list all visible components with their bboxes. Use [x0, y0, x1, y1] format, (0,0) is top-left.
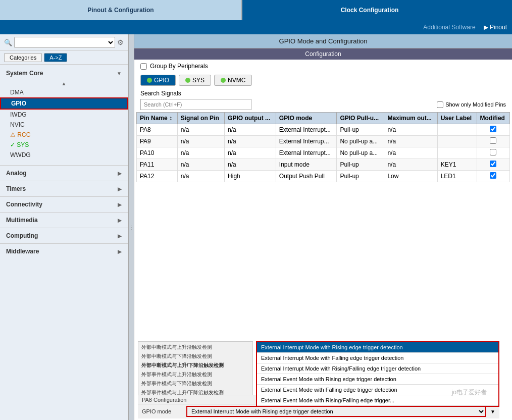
- additional-software-link[interactable]: Additional Software: [423, 24, 475, 31]
- table-row[interactable]: PA8 n/a n/a External Interrupt... Pull-u…: [137, 124, 510, 136]
- panel-title: GPIO Mode and Configuration: [134, 34, 512, 48]
- dropdown-arrow-icon: ▼: [490, 409, 495, 414]
- chinese-label-item: 外部事件模式与上升沿触发检测: [140, 370, 250, 379]
- system-core-label: System Core: [6, 70, 43, 77]
- sidebar: 🔍 ⚙ Categories A->Z System Core ▼: [0, 34, 128, 420]
- multimedia-expand-icon: ▶: [118, 218, 122, 223]
- group-by-peripherals-checkbox[interactable]: [140, 63, 147, 70]
- modified-checkbox-pa12[interactable]: [490, 172, 496, 179]
- show-modified-label: Show only Modified Pins: [445, 101, 506, 108]
- group-by-peripherals-label: Group By Peripherals: [150, 63, 208, 70]
- up-arrow-icon: ▲: [62, 81, 67, 86]
- connectivity-label: Connectivity: [6, 201, 42, 208]
- modified-checkbox-pa8[interactable]: [490, 126, 496, 132]
- middleware-label: Middleware: [6, 248, 39, 255]
- gpio-tab[interactable]: GPIO: [140, 75, 176, 86]
- clock-config-tab[interactable]: Clock Configuration: [242, 0, 497, 20]
- dropdown-item-1[interactable]: External Interrupt Mode with Rising edge…: [257, 342, 498, 353]
- timers-label: Timers: [6, 185, 26, 192]
- sidebar-item-nvic[interactable]: NVIC: [0, 120, 128, 130]
- computing-expand-icon: ▶: [118, 233, 122, 239]
- sidebar-item-sys[interactable]: ✓ SYS: [0, 140, 128, 150]
- sidebar-item-gpio[interactable]: GPIO: [0, 97, 128, 110]
- watermark: jo电子爱好者: [452, 388, 487, 397]
- categories-tab[interactable]: Categories: [4, 53, 42, 62]
- connectivity-group[interactable]: Connectivity ▶: [0, 196, 128, 212]
- sidebar-item-wwdg[interactable]: WWDG: [0, 150, 128, 160]
- search-dropdown[interactable]: [14, 37, 115, 48]
- gpio-mode-select[interactable]: External Interrupt Mode with Rising edge…: [186, 406, 486, 417]
- col-signal-on-pin[interactable]: Signal on Pin: [177, 113, 224, 124]
- az-tab[interactable]: A->Z: [44, 53, 67, 62]
- dropdown-item-6[interactable]: External Event Mode with Rising/Falling …: [257, 395, 498, 406]
- table-row[interactable]: PA10 n/a n/a External Interrupt... No pu…: [137, 147, 510, 159]
- connectivity-expand-icon: ▶: [118, 202, 122, 207]
- timers-expand-icon: ▶: [118, 186, 122, 192]
- chinese-label-item: 外部中断模式与下降沿触发检测: [140, 352, 250, 361]
- panel-splitter[interactable]: ⋮: [128, 34, 134, 420]
- dropdown-item-4[interactable]: External Event Mode with Rising edge tri…: [257, 374, 498, 385]
- chinese-label-item: 外部中断模式与上升/下降沿触发检测: [140, 361, 250, 370]
- analog-label: Analog: [6, 170, 27, 177]
- timers-group[interactable]: Timers ▶: [0, 181, 128, 196]
- multimedia-group[interactable]: Multimedia ▶: [0, 212, 128, 228]
- sidebar-item-dma[interactable]: DMA: [0, 87, 128, 97]
- col-modified[interactable]: Modified: [477, 113, 509, 124]
- middleware-expand-icon: ▶: [118, 249, 122, 254]
- header-right-edge: [497, 0, 512, 20]
- chinese-label-item: 外部事件模式与下降沿触发检测: [140, 379, 250, 388]
- chinese-label-item: 外部中断模式与上升沿触发检测: [140, 343, 250, 352]
- modified-checkbox-pa10[interactable]: [490, 149, 496, 155]
- sys-tab[interactable]: SYS: [179, 75, 211, 86]
- col-maximum-out[interactable]: Maximum out...: [384, 113, 437, 124]
- col-pin-name[interactable]: Pin Name ↕: [137, 113, 178, 124]
- analog-group[interactable]: Analog ▶: [0, 165, 128, 181]
- dropdown-item-3[interactable]: External Interrupt Mode with Rising/Fall…: [257, 363, 498, 374]
- multimedia-label: Multimedia: [6, 217, 38, 224]
- nvmc-tab[interactable]: NVMC: [214, 75, 252, 86]
- gear-icon[interactable]: ⚙: [117, 38, 124, 46]
- table-row[interactable]: PA9 n/a n/a External Interrup... No pull…: [137, 136, 510, 147]
- modified-checkbox-pa9[interactable]: [490, 137, 496, 144]
- gpio-mode-form-label: GPIO mode: [142, 408, 182, 414]
- show-modified-checkbox[interactable]: [437, 101, 443, 108]
- col-gpio-output[interactable]: GPIO output ...: [225, 113, 276, 124]
- col-gpio-mode[interactable]: GPIO mode: [276, 113, 337, 124]
- dropdown-item-2[interactable]: External Interrupt Mode with Falling edg…: [257, 353, 498, 363]
- search-signals-label: Search Signals: [140, 90, 506, 97]
- system-core-group[interactable]: System Core ▼: [0, 67, 128, 80]
- computing-group[interactable]: Computing ▶: [0, 228, 128, 243]
- mode-dropdown-popup: External Interrupt Mode with Rising edge…: [256, 341, 499, 407]
- col-user-label[interactable]: User Label: [437, 113, 477, 124]
- chevron-down-icon: ▼: [117, 71, 122, 76]
- chinese-labels-panel: 外部中断模式与上升沿触发检测 外部中断模式与下降沿触发检测 外部中断模式与上升/…: [138, 341, 253, 399]
- table-row[interactable]: PA11 n/a n/a Input mode Pull-up n/a KEY1: [137, 159, 510, 171]
- sidebar-item-rcc[interactable]: ⚠ RCC: [0, 130, 128, 140]
- analog-expand-icon: ▶: [118, 171, 122, 176]
- splitter-handle-icon: ⋮: [129, 225, 134, 230]
- config-header: Configuration: [134, 48, 512, 60]
- computing-label: Computing: [6, 232, 38, 239]
- pinout-config-tab[interactable]: Pinout & Configuration: [0, 0, 242, 20]
- clock-config-label: Clock Configuration: [341, 7, 399, 14]
- modified-checkbox-pa11[interactable]: [490, 161, 496, 167]
- sidebar-item-iwdg[interactable]: IWDG: [0, 110, 128, 120]
- table-row[interactable]: PA12 n/a High Output Push Pull Pull-up L…: [137, 171, 510, 182]
- pinout-config-label: Pinout & Configuration: [87, 7, 153, 14]
- pinout-right-link[interactable]: ▶ Pinout: [484, 24, 507, 31]
- middleware-group[interactable]: Middleware ▶: [0, 243, 128, 259]
- search-icon: 🔍: [4, 39, 12, 46]
- pa8-config-label: PA8 Configuration: [142, 397, 202, 403]
- col-gpio-pull[interactable]: GPIO Pull-u...: [337, 113, 384, 124]
- signal-search-input[interactable]: [140, 99, 251, 110]
